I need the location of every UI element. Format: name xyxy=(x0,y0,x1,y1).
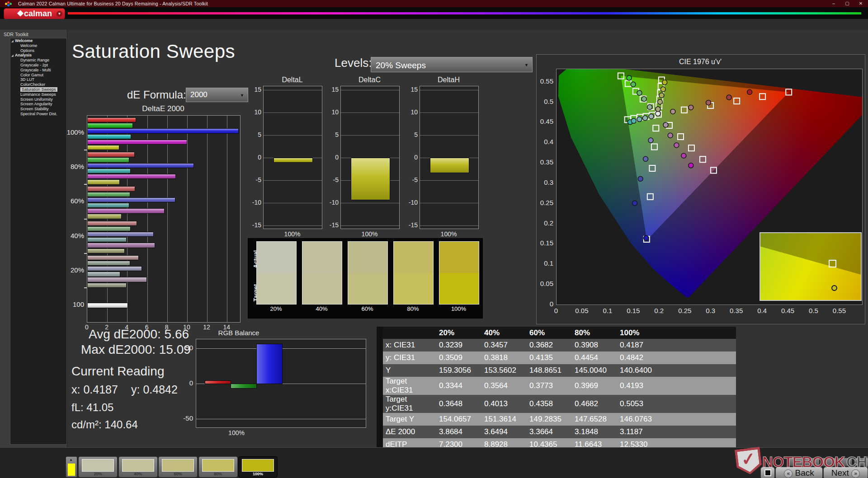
swatch-actual xyxy=(257,242,296,273)
sidebar-item-analysis[interactable]: ◢Analysis xyxy=(10,53,66,58)
axis-tick xyxy=(84,253,87,254)
bar xyxy=(87,117,136,122)
gridline xyxy=(207,116,208,322)
table-cell: 0.3648 xyxy=(436,395,481,413)
sidebar-item-welcome[interactable]: ◢Welcome xyxy=(10,38,66,43)
sidebar-item-spectral-power-dist-[interactable]: Spectral Power Dist. xyxy=(10,112,66,117)
sidebar-item-screen-angularity[interactable]: Screen Angularity xyxy=(10,102,66,107)
sidebar-item-grayscale-2pt[interactable]: Grayscale - 2pt xyxy=(10,63,66,68)
window-title: Calman 2022 Calman Ultimate for Business… xyxy=(18,1,208,6)
bar xyxy=(430,158,469,173)
patch-swatch xyxy=(202,459,234,472)
patch-tile-40%[interactable]: 40% xyxy=(118,456,158,478)
gridline xyxy=(341,135,399,136)
patch-label: 100% xyxy=(239,472,277,476)
y-tick-label: 0 xyxy=(537,300,553,308)
patch-tile-100%[interactable]: 100% xyxy=(238,456,278,478)
y-tick-label: 0.3 xyxy=(537,178,553,186)
bar xyxy=(87,169,131,173)
y-tick-label: -5 xyxy=(403,176,418,183)
stop-icon xyxy=(764,469,771,476)
gridline xyxy=(264,90,322,90)
table-cell: 0.5053 xyxy=(617,395,662,413)
y-tick-label: -15 xyxy=(247,221,261,229)
y-tick-label: 15 xyxy=(403,86,418,93)
table-cell: 151.3614 xyxy=(481,413,527,426)
chart-title: DeltaE 2000 xyxy=(87,104,240,113)
swatch-label: 20% xyxy=(256,305,296,312)
table-cell: 0.3564 xyxy=(481,377,527,395)
next-button[interactable]: Next » xyxy=(823,467,868,478)
sidebar-item-screen-uniformity[interactable]: Screen Uniformity xyxy=(10,97,66,102)
sidebar-item-luminance-sweeps[interactable]: Luminance Sweeps xyxy=(10,92,66,97)
stop-button[interactable] xyxy=(760,467,775,478)
reading-y: y: 0.4842 xyxy=(131,383,178,396)
max-de2000: Max dE2000: 15.09 xyxy=(81,342,191,357)
x-tick-label: 0.4 xyxy=(753,307,771,314)
preview-tile[interactable]: ▲ xyxy=(66,456,77,478)
swatch-60% xyxy=(348,241,388,305)
calman-logo-button[interactable]: ❖calman ▼ xyxy=(4,8,65,19)
gridline xyxy=(420,112,478,113)
app-icon xyxy=(7,4,9,6)
gridline xyxy=(420,203,478,203)
sidebar-item-grayscale-multi[interactable]: Grayscale - Multi xyxy=(10,68,66,73)
chevron-down-icon[interactable]: ▼ xyxy=(57,11,62,17)
measured-point xyxy=(644,235,649,240)
sidebar: SDR Toolkit ◢WelcomeWelcomeOptions◢Analy… xyxy=(0,30,67,447)
table-cell: 0.3344 xyxy=(436,377,481,395)
table-cell: 148.8651 xyxy=(527,364,572,377)
small-control-button[interactable] xyxy=(789,458,803,466)
measured-point xyxy=(747,89,752,94)
small-control-button[interactable] xyxy=(854,458,868,466)
y-tick-label: 0 xyxy=(247,154,261,161)
sidebar-item-options[interactable]: Options xyxy=(10,48,66,53)
up-arrow-icon[interactable]: ▲ xyxy=(68,458,74,462)
column-header xyxy=(662,327,736,339)
table-cell: 0.3457 xyxy=(481,339,527,351)
sidebar-item-dynamic-range[interactable]: Dynamic Range xyxy=(10,58,66,63)
inset-shade xyxy=(760,233,861,300)
sidebar-item-welcome[interactable]: Welcome xyxy=(10,43,66,48)
patch-tile-20%[interactable]: 20% xyxy=(78,456,118,478)
patch-tile-80%[interactable]: 80% xyxy=(198,456,238,478)
axis-tick xyxy=(84,184,87,185)
table-cell: 0.4358 xyxy=(527,395,572,413)
close-icon[interactable]: ✕ xyxy=(858,1,863,6)
sidebar-item-colorchecker[interactable]: ColorChecker xyxy=(10,82,66,87)
calman-logo-text: calman xyxy=(24,9,52,18)
small-control-button[interactable] xyxy=(821,458,836,466)
small-control-button[interactable] xyxy=(838,458,852,466)
bar xyxy=(87,221,137,226)
y-tick-label: 0.25 xyxy=(537,199,553,206)
gridline xyxy=(420,225,478,226)
bar-B xyxy=(256,344,283,384)
back-button[interactable]: « Back xyxy=(775,467,823,478)
gridline xyxy=(264,225,322,226)
bar xyxy=(87,140,187,145)
sidebar-item-screen-stability[interactable]: Screen Stability xyxy=(10,107,66,112)
calman-logo-glyph: ❖ xyxy=(17,9,24,18)
minimize-icon[interactable]: – xyxy=(831,1,836,6)
table-cell: 146.0763 xyxy=(617,413,662,426)
gridline xyxy=(420,180,478,181)
bar xyxy=(87,123,133,128)
sidebar-item-3d-lut[interactable]: 3D LUT xyxy=(10,77,66,82)
levels-dropdown[interactable]: 20% Sweeps ▼ xyxy=(371,57,533,72)
maximize-icon[interactable]: ▢ xyxy=(844,1,850,6)
patch-label: 60% xyxy=(159,472,197,476)
main-content: Saturation Sweeps dE Formula: 2000 ▼ Lev… xyxy=(67,30,868,447)
sidebar-item-saturation-sweeps[interactable]: Saturation Sweeps xyxy=(10,87,66,92)
results-table: 20%40%60%80%100%x: CIE310.32390.34570.36… xyxy=(377,327,723,451)
bar xyxy=(87,248,125,253)
measured-point xyxy=(659,93,664,98)
tab-row: ◀ History 1 + X-Rite i1Pro 2 Direct View… xyxy=(0,19,868,30)
patch-tile-60%[interactable]: 60% xyxy=(158,456,198,478)
swatch-target xyxy=(348,273,387,304)
bar xyxy=(87,266,142,271)
small-control-button[interactable] xyxy=(805,458,820,466)
gridline xyxy=(227,116,227,322)
de-formula-dropdown[interactable]: 2000 ▼ xyxy=(186,88,248,102)
sidebar-item-color-gamut[interactable]: Color Gamut xyxy=(10,73,66,78)
gridline xyxy=(196,419,366,419)
